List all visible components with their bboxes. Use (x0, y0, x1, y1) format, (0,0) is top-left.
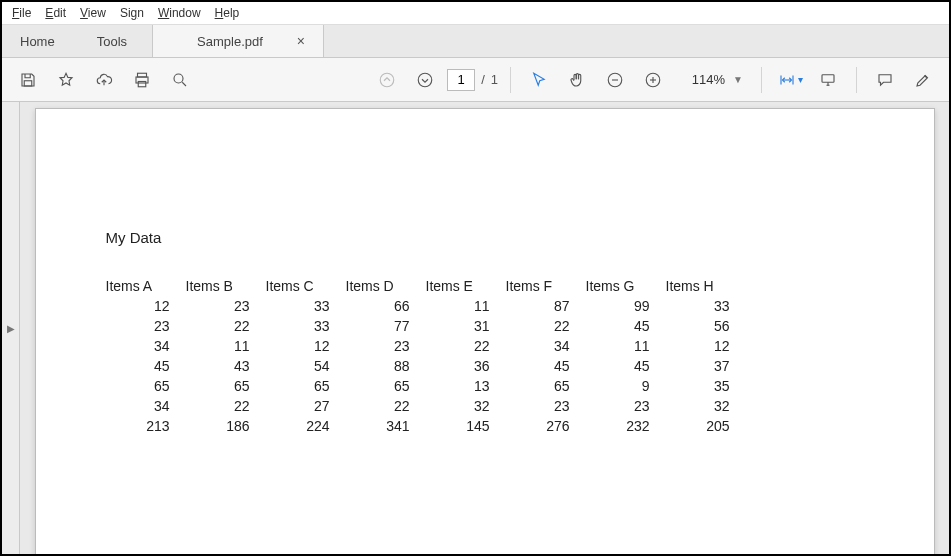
table-cell: 33 (266, 296, 346, 316)
svg-rect-9 (822, 74, 834, 82)
table-cell: 65 (106, 376, 186, 396)
page-up-icon[interactable] (371, 64, 403, 96)
menu-sign[interactable]: Sign (120, 6, 144, 20)
tab-close-button[interactable]: × (297, 33, 305, 49)
read-mode-icon[interactable] (812, 64, 844, 96)
page-canvas[interactable]: My Data Items AItems BItems CItems DItem… (20, 102, 949, 554)
tab-tools[interactable]: Tools (73, 25, 151, 57)
table-cell: 13 (426, 376, 506, 396)
select-tool-icon[interactable] (523, 64, 555, 96)
fit-width-icon[interactable]: ▾ (774, 64, 806, 96)
table-cell: 65 (506, 376, 586, 396)
table-cell: 22 (186, 316, 266, 336)
zoom-out-icon[interactable] (599, 64, 631, 96)
hand-tool-icon[interactable] (561, 64, 593, 96)
page-down-icon[interactable] (409, 64, 441, 96)
table-cell: 12 (106, 296, 186, 316)
menu-file[interactable]: File (12, 6, 31, 20)
zoom-dropdown[interactable]: ▼ (675, 69, 749, 91)
page-number-input[interactable] (447, 69, 475, 91)
table-row: 656565651365935 (106, 376, 746, 396)
table-cell: 205 (666, 416, 746, 436)
table-cell: 23 (346, 336, 426, 356)
find-icon[interactable] (164, 64, 196, 96)
table-cell: 12 (666, 336, 746, 356)
table-cell: 11 (426, 296, 506, 316)
table-cell: 56 (666, 316, 746, 336)
table-header: Items H (666, 276, 746, 296)
table-cell: 22 (346, 396, 426, 416)
table-cell: 224 (266, 416, 346, 436)
table-cell: 276 (506, 416, 586, 436)
table-cell: 77 (346, 316, 426, 336)
table-cell: 34 (506, 336, 586, 356)
pdf-page: My Data Items AItems BItems CItems DItem… (35, 108, 935, 554)
svg-point-5 (380, 73, 394, 87)
save-icon[interactable] (12, 64, 44, 96)
table-cell: 32 (426, 396, 506, 416)
table-cell: 65 (186, 376, 266, 396)
table-cell: 34 (106, 336, 186, 356)
table-cell: 186 (186, 416, 266, 436)
page-indicator: / 1 (447, 69, 498, 91)
cloud-upload-icon[interactable] (88, 64, 120, 96)
toolbar: / 1 ▼ ▾ (2, 58, 949, 102)
tab-document[interactable]: Sample.pdf × (152, 25, 324, 57)
star-icon[interactable] (50, 64, 82, 96)
page-total: 1 (491, 72, 498, 87)
side-panel-toggle[interactable]: ▶ (2, 102, 20, 554)
menu-help[interactable]: Help (215, 6, 240, 20)
table-header: Items B (186, 276, 266, 296)
table-header: Items C (266, 276, 346, 296)
document-title: My Data (106, 229, 864, 246)
table-cell: 36 (426, 356, 506, 376)
table-cell: 65 (266, 376, 346, 396)
table-header: Items F (506, 276, 586, 296)
tab-home[interactable]: Home (2, 25, 73, 57)
comment-icon[interactable] (869, 64, 901, 96)
table-cell: 23 (186, 296, 266, 316)
table-header: Items D (346, 276, 426, 296)
table-cell: 23 (106, 316, 186, 336)
table-cell: 45 (586, 316, 666, 336)
table-header: Items G (586, 276, 666, 296)
table-cell: 45 (506, 356, 586, 376)
chevron-right-icon: ▶ (7, 323, 15, 334)
menu-view[interactable]: View (80, 6, 106, 20)
table-cell: 12 (266, 336, 346, 356)
table-cell: 99 (586, 296, 666, 316)
workspace: ▶ My Data Items AItems BItems CItems DIt… (2, 102, 949, 554)
table-cell: 88 (346, 356, 426, 376)
table-cell: 31 (426, 316, 506, 336)
table-cell: 37 (666, 356, 746, 376)
table-cell: 32 (666, 396, 746, 416)
table-row: 3411122322341112 (106, 336, 746, 356)
table-cell: 11 (186, 336, 266, 356)
tab-document-label: Sample.pdf (197, 34, 263, 49)
table-row: 1223336611879933 (106, 296, 746, 316)
zoom-in-icon[interactable] (637, 64, 669, 96)
menu-window[interactable]: Window (158, 6, 201, 20)
table-row: 213186224341145276232205 (106, 416, 746, 436)
sign-pen-icon[interactable] (907, 64, 939, 96)
table-cell: 35 (666, 376, 746, 396)
chevron-down-icon: ▼ (733, 74, 743, 85)
menu-edit[interactable]: Edit (45, 6, 66, 20)
svg-rect-0 (24, 80, 32, 85)
svg-point-4 (174, 74, 183, 83)
menu-bar: File Edit View Sign Window Help (2, 2, 949, 24)
print-icon[interactable] (126, 64, 158, 96)
table-cell: 22 (506, 316, 586, 336)
table-row: 3422272232232332 (106, 396, 746, 416)
table-cell: 27 (266, 396, 346, 416)
table-header: Items A (106, 276, 186, 296)
table-cell: 9 (586, 376, 666, 396)
zoom-value-input[interactable] (681, 69, 729, 91)
table-header: Items E (426, 276, 506, 296)
table-cell: 45 (586, 356, 666, 376)
table-cell: 65 (346, 376, 426, 396)
table-cell: 54 (266, 356, 346, 376)
table-cell: 145 (426, 416, 506, 436)
table-cell: 34 (106, 396, 186, 416)
table-cell: 33 (266, 316, 346, 336)
